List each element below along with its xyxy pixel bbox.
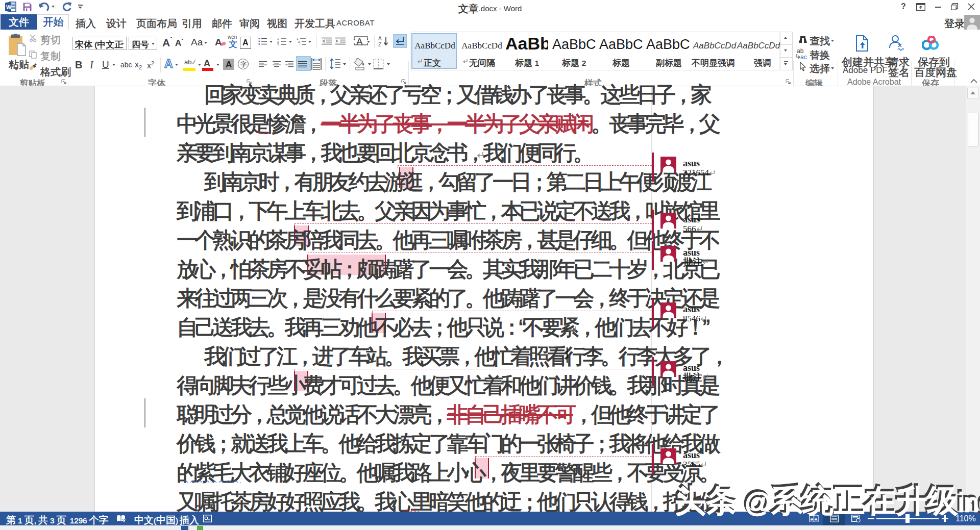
svg-text:A: A	[378, 36, 382, 41]
svg-text:3: 3	[277, 43, 279, 45]
svg-text:i: i	[300, 43, 300, 45]
svg-text:Z: Z	[378, 42, 381, 47]
svg-text:W: W	[6, 4, 12, 10]
